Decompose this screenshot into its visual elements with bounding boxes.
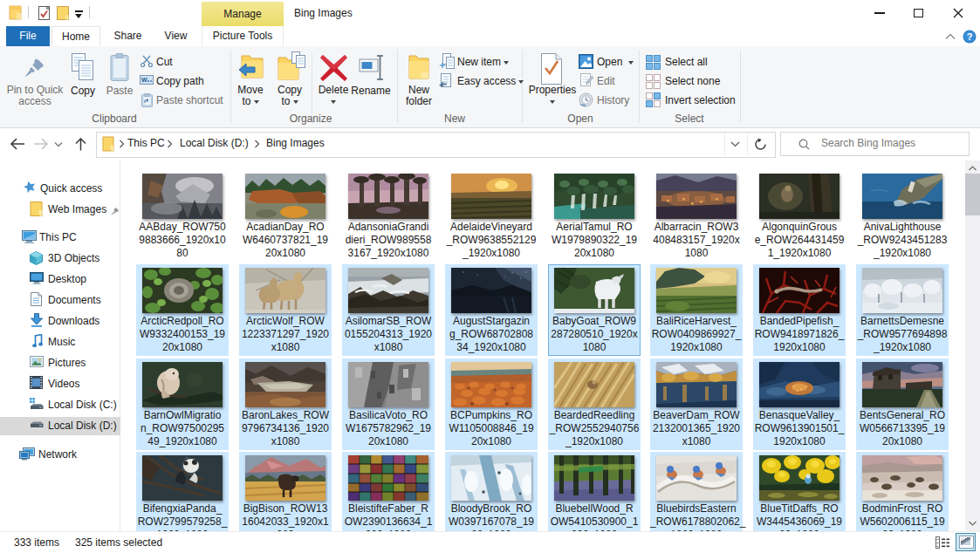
svg-text:?: ? — [967, 31, 973, 42]
svg-text:W: W — [141, 77, 147, 83]
